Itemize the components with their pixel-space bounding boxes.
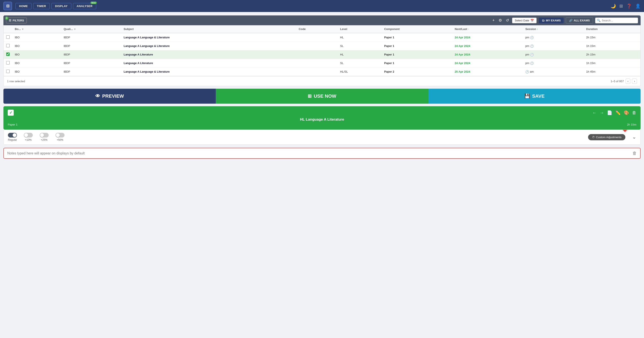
subject-cell: Language A Language & Literature bbox=[121, 33, 296, 42]
date-cell: 24 Apr 2024 bbox=[452, 33, 523, 42]
filter-icon: ☰ bbox=[9, 19, 11, 22]
row-checkbox-cell[interactable] bbox=[4, 59, 12, 68]
level-cell: HL bbox=[338, 33, 382, 42]
duration-header: Duration bbox=[584, 25, 640, 33]
row-checkbox-cell[interactable] bbox=[4, 42, 12, 50]
row-checkbox[interactable] bbox=[6, 35, 10, 39]
user-avatar-icon[interactable]: 👤 bbox=[635, 4, 640, 8]
back-arrow-button[interactable]: ← bbox=[592, 110, 597, 115]
quali-cell: IBDP bbox=[61, 68, 121, 76]
session-cell: pm 🕐 bbox=[523, 33, 584, 42]
exam-card-actions: ← → 📄 ✏️ 🎨 🗑 bbox=[592, 110, 636, 115]
session-cell: pm 🕐 bbox=[523, 59, 584, 68]
level-cell: SL bbox=[338, 42, 382, 50]
row-checkbox-cell[interactable] bbox=[4, 50, 12, 59]
my-exams-icon: 🗂 bbox=[542, 19, 544, 22]
next-page-button[interactable]: › bbox=[632, 78, 637, 84]
component-cell: Paper 2 bbox=[382, 68, 452, 76]
expand-button[interactable]: ⌄ bbox=[632, 134, 636, 140]
preview-button[interactable]: 👁 PREVIEW bbox=[4, 89, 216, 104]
table-row: IBO IBDP Language A Language & Literatur… bbox=[4, 42, 640, 50]
bo-cell: IBO bbox=[12, 68, 61, 76]
exam-card-checkbox[interactable]: ✓ bbox=[8, 110, 14, 116]
bo-header[interactable]: Bo... ▼ bbox=[12, 25, 61, 33]
save-button[interactable]: 💾 SAVE bbox=[428, 89, 640, 104]
session-cell: 🕐 am bbox=[523, 68, 584, 76]
notes-delete-button[interactable]: 🗑 bbox=[632, 151, 637, 156]
palette-icon-button[interactable]: 🎨 bbox=[624, 110, 629, 115]
nav-timer-button[interactable]: TIMER bbox=[33, 3, 50, 9]
forward-arrow-button[interactable]: → bbox=[600, 110, 604, 115]
delete-icon-button[interactable]: 🗑 bbox=[632, 110, 636, 115]
nav-analyser-button[interactable]: ANALYSER New bbox=[73, 3, 96, 9]
document-icon-button[interactable]: 📄 bbox=[607, 110, 612, 115]
my-exams-button[interactable]: 🗂 MY EXAMS bbox=[539, 18, 564, 23]
toggle-10-switch[interactable] bbox=[24, 133, 33, 138]
code-cell bbox=[296, 42, 338, 50]
session-header[interactable]: Session ↑ bbox=[523, 25, 584, 33]
custom-adjustments-button[interactable]: ⏱ Custom Adjustments bbox=[588, 134, 625, 140]
exam-duration-label: 2h 15m bbox=[627, 123, 636, 126]
my-exams-label: MY EXAMS bbox=[546, 19, 561, 22]
exam-table: Bo... ▼ Quali... ▼ Subject Code Level Co… bbox=[4, 25, 640, 76]
code-cell bbox=[296, 68, 338, 76]
notes-input[interactable] bbox=[7, 152, 630, 155]
nextlast-header[interactable]: Next/Last ↑ bbox=[452, 25, 523, 33]
quali-cell: IBDP bbox=[61, 50, 121, 59]
toggles-section: Regular +10% +25% +50% bbox=[4, 130, 640, 145]
table-row: IBO IBDP Language A Literature HL Paper … bbox=[4, 50, 640, 59]
session-cell: pm 🕐 bbox=[523, 42, 584, 50]
exam-card-header: ✓ ← → 📄 ✏️ 🎨 🗑 bbox=[8, 110, 636, 116]
toggle-25: +25% bbox=[40, 133, 49, 141]
row-checkbox[interactable] bbox=[6, 52, 10, 56]
duration-cell: 1h 15m bbox=[584, 59, 640, 68]
duration-cell: 2h 15m bbox=[584, 50, 640, 59]
row-checkbox[interactable] bbox=[6, 61, 10, 64]
use-now-button[interactable]: ⊞ USE NOW bbox=[216, 89, 428, 104]
reset-button[interactable]: ↺ bbox=[505, 17, 510, 24]
nav-display-button[interactable]: DISPLAY bbox=[52, 3, 71, 9]
component-cell: Paper 1 bbox=[382, 59, 452, 68]
dark-mode-icon[interactable]: 🌙 bbox=[610, 4, 616, 8]
toggle-50-switch[interactable] bbox=[56, 133, 64, 138]
nav-home-button[interactable]: HOME bbox=[16, 3, 32, 9]
search-input[interactable] bbox=[595, 18, 638, 23]
help-icon[interactable]: ❓ bbox=[626, 4, 632, 8]
date-picker-button[interactable]: Select Date 📅 bbox=[512, 18, 537, 23]
pagination-text: 1–5 of 957 bbox=[610, 80, 624, 83]
filters-button[interactable]: 2 ☰ FILTERS bbox=[6, 18, 27, 23]
row-checkbox-cell[interactable] bbox=[4, 68, 12, 76]
component-cell: Paper 1 bbox=[382, 33, 452, 42]
row-checkbox[interactable] bbox=[6, 70, 10, 73]
exam-card-title: HL Language A Literature bbox=[8, 118, 636, 122]
notes-row: 🗑 bbox=[4, 148, 640, 159]
code-cell bbox=[296, 33, 338, 42]
previous-page-button[interactable]: ‹ bbox=[626, 78, 630, 84]
row-checkbox[interactable] bbox=[6, 44, 10, 47]
toggle-regular-switch[interactable] bbox=[8, 133, 17, 138]
quali-header[interactable]: Quali... ▼ bbox=[61, 25, 121, 33]
settings-button[interactable]: ⚙ bbox=[498, 17, 503, 24]
toggle-regular: Regular bbox=[8, 133, 17, 141]
edit-icon-button[interactable]: ✏️ bbox=[615, 110, 621, 115]
level-cell: HL bbox=[338, 50, 382, 59]
level-cell: SL bbox=[338, 59, 382, 68]
code-cell bbox=[296, 59, 338, 68]
toolbar: 2 ☰ FILTERS + ⚙ ↺ Select Date 📅 🗂 MY EXA… bbox=[4, 16, 640, 25]
app-logo[interactable]: ⊟ bbox=[4, 2, 12, 10]
exam-card: ✓ ← → 📄 ✏️ 🎨 🗑 HL Language A Literature … bbox=[4, 106, 640, 130]
component-header: Component bbox=[382, 25, 452, 33]
toggle-25-switch[interactable] bbox=[40, 133, 49, 138]
add-button[interactable]: + bbox=[492, 17, 496, 24]
component-cell: Paper 1 bbox=[382, 50, 452, 59]
grid-icon[interactable]: ⊞ bbox=[619, 4, 623, 8]
all-exams-button[interactable]: 🔗 ALL EXAMS bbox=[566, 17, 593, 24]
row-checkbox-cell[interactable] bbox=[4, 33, 12, 42]
subject-cell: Language A Literature bbox=[121, 59, 296, 68]
toggle-50: +50% bbox=[56, 133, 64, 141]
save-label: SAVE bbox=[532, 94, 544, 99]
preview-icon: 👁 bbox=[95, 94, 100, 99]
badge-bubble: 2 bbox=[620, 130, 630, 132]
toggle-10: +10% bbox=[24, 133, 33, 141]
code-header: Code bbox=[296, 25, 338, 33]
